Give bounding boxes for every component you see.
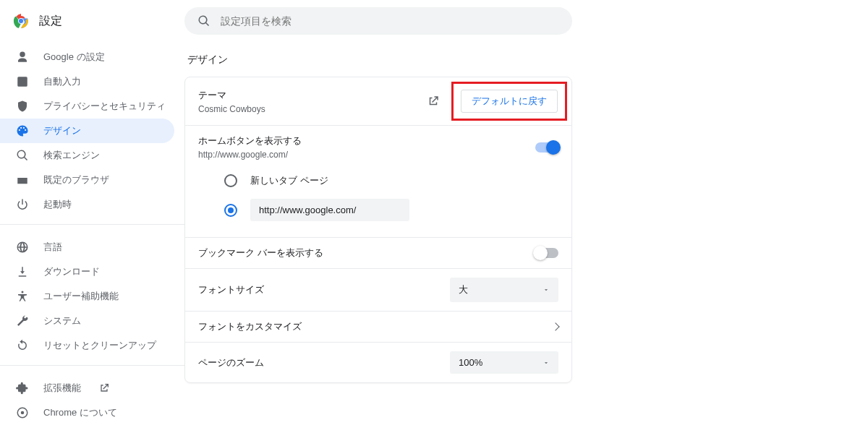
appearance-card: テーマ Cosmic Cowboys デフォルトに戻す ホームボタンを表示する … bbox=[184, 77, 572, 383]
sidebar-item-label: 検索エンジン bbox=[43, 149, 100, 162]
accessibility-icon bbox=[16, 290, 29, 303]
restore-icon bbox=[16, 339, 29, 352]
page-title: 設定 bbox=[39, 14, 62, 29]
home-button-sub: http://www.google.com/ bbox=[198, 150, 535, 160]
chevron-right-icon bbox=[551, 322, 559, 330]
font-size-label: フォントサイズ bbox=[198, 283, 450, 296]
page-zoom-label: ページのズーム bbox=[198, 356, 450, 369]
theme-row[interactable]: テーマ Cosmic Cowboys デフォルトに戻す bbox=[185, 77, 571, 126]
sidebar-item-languages[interactable]: 言語 bbox=[0, 235, 174, 259]
search-input[interactable] bbox=[221, 15, 559, 27]
sidebar-item-label: リセットとクリーンアップ bbox=[43, 339, 156, 352]
autofill-icon bbox=[16, 75, 29, 88]
chevron-down-icon bbox=[542, 359, 550, 366]
theme-value: Cosmic Cowboys bbox=[198, 104, 427, 114]
sidebar-item-label: 拡張機能 bbox=[43, 382, 81, 395]
download-icon bbox=[16, 265, 29, 278]
sidebar-item-label: デザイン bbox=[43, 124, 81, 137]
open-in-new-icon[interactable] bbox=[427, 95, 440, 108]
sidebar-item-label: システム bbox=[43, 314, 81, 327]
section-title: デザイン bbox=[187, 53, 868, 66]
sidebar-item-system[interactable]: システム bbox=[0, 309, 174, 333]
home-option-new-tab[interactable]: 新しいタブ ページ bbox=[224, 168, 558, 193]
sidebar-item-label: 既定のブラウザ bbox=[43, 173, 109, 186]
main-content: デザイン テーマ Cosmic Cowboys デフォルトに戻す ホームボタンを… bbox=[184, 0, 868, 425]
wrench-icon bbox=[16, 314, 29, 327]
sidebar-item-label: ユーザー補助機能 bbox=[43, 290, 119, 303]
font-size-select[interactable]: 大 bbox=[450, 278, 558, 302]
sidebar: 設定 Google の設定 自動入力 プライバシーとセキュリティ デザイン 検索… bbox=[0, 0, 184, 425]
bookmark-bar-label: ブックマーク バーを表示する bbox=[198, 246, 535, 259]
reset-to-default-button[interactable]: デフォルトに戻す bbox=[461, 90, 558, 113]
palette-icon bbox=[16, 124, 29, 137]
sidebar-item-label: 起動時 bbox=[43, 198, 72, 211]
sidebar-item-autofill[interactable]: 自動入力 bbox=[0, 69, 174, 94]
sidebar-item-label: 自動入力 bbox=[43, 75, 81, 88]
globe-icon bbox=[16, 241, 29, 254]
radio-icon bbox=[224, 204, 237, 217]
bookmark-bar-row: ブックマーク バーを表示する bbox=[185, 238, 571, 269]
sidebar-item-reset[interactable]: リセットとクリーンアップ bbox=[0, 333, 174, 358]
font-customize-label: フォントをカスタマイズ bbox=[198, 320, 553, 333]
shield-icon bbox=[16, 100, 29, 113]
home-button-row: ホームボタンを表示する http://www.google.com/ bbox=[185, 126, 571, 168]
power-icon bbox=[16, 198, 29, 211]
page-zoom-row: ページのズーム 100% bbox=[185, 343, 571, 382]
sidebar-item-on-startup[interactable]: 起動時 bbox=[0, 192, 174, 217]
sidebar-item-label: 言語 bbox=[43, 241, 62, 254]
sidebar-item-label: Chrome について bbox=[43, 406, 117, 419]
bookmark-bar-toggle[interactable] bbox=[535, 248, 558, 258]
radio-label: 新しいタブ ページ bbox=[250, 174, 328, 187]
home-button-label: ホームボタンを表示する bbox=[198, 134, 535, 147]
search-icon bbox=[16, 149, 29, 162]
chrome-outline-icon bbox=[16, 406, 29, 419]
person-icon bbox=[16, 51, 29, 64]
font-size-value: 大 bbox=[459, 283, 468, 296]
sidebar-item-about[interactable]: Chrome について bbox=[0, 400, 174, 425]
font-customize-row[interactable]: フォントをカスタマイズ bbox=[185, 312, 571, 343]
sidebar-item-label: ダウンロード bbox=[43, 265, 100, 278]
reset-highlight: デフォルトに戻す bbox=[451, 82, 567, 121]
svg-point-4 bbox=[21, 411, 25, 415]
radio-icon bbox=[224, 174, 237, 187]
sidebar-item-accessibility[interactable]: ユーザー補助機能 bbox=[0, 284, 174, 309]
extension-icon bbox=[16, 382, 29, 395]
sidebar-item-extensions[interactable]: 拡張機能 bbox=[0, 376, 174, 400]
divider bbox=[0, 224, 184, 225]
chevron-down-icon bbox=[542, 286, 550, 293]
theme-label: テーマ bbox=[198, 89, 427, 102]
sidebar-item-label: プライバシーとセキュリティ bbox=[43, 100, 166, 113]
search-icon bbox=[197, 14, 210, 27]
divider bbox=[0, 365, 184, 366]
open-in-new-icon bbox=[98, 382, 110, 394]
sidebar-item-appearance[interactable]: デザイン bbox=[0, 119, 174, 143]
sidebar-item-label: Google の設定 bbox=[43, 51, 105, 64]
search-box[interactable] bbox=[184, 7, 572, 35]
home-option-custom-url[interactable] bbox=[224, 193, 558, 227]
page-zoom-value: 100% bbox=[459, 357, 482, 368]
sidebar-item-default-browser[interactable]: 既定のブラウザ bbox=[0, 168, 174, 192]
sidebar-item-downloads[interactable]: ダウンロード bbox=[0, 259, 174, 284]
home-url-input[interactable] bbox=[250, 199, 409, 221]
font-size-row: フォントサイズ 大 bbox=[185, 269, 571, 312]
sidebar-item-privacy[interactable]: プライバシーとセキュリティ bbox=[0, 94, 174, 119]
sidebar-item-google[interactable]: Google の設定 bbox=[0, 45, 174, 69]
home-button-toggle[interactable] bbox=[535, 142, 558, 153]
sidebar-item-search-engine[interactable]: 検索エンジン bbox=[0, 143, 174, 168]
chrome-logo-icon bbox=[13, 13, 29, 29]
page-zoom-select[interactable]: 100% bbox=[450, 351, 558, 374]
browser-icon bbox=[16, 173, 29, 186]
